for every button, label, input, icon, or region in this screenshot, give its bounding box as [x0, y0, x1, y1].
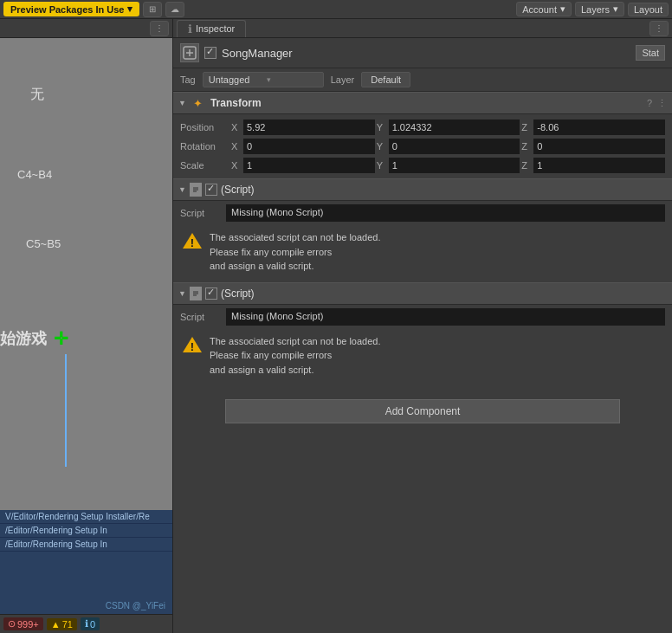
- rot-x-input[interactable]: [243, 139, 375, 154]
- left-panel-header: ⋮: [0, 19, 172, 38]
- script1-row: Script Missing (Mono Script): [173, 201, 672, 225]
- tag-label: Tag: [180, 74, 196, 85]
- layer-label: Layer: [331, 74, 355, 85]
- transform-section-header[interactable]: ▼ ✦ Transform ? ⋮: [173, 92, 672, 114]
- info-badge[interactable]: ℹ 0: [81, 617, 100, 630]
- inspector-menu-btn[interactable]: ⋮: [649, 21, 669, 36]
- rot-x-label: X: [231, 141, 242, 152]
- script2-value: Missing (Mono Script): [226, 308, 665, 326]
- position-row: Position X Y Z: [173, 118, 672, 137]
- toolbar-icon-btn-1[interactable]: ⊞: [143, 2, 162, 17]
- preview-dropdown-arrow: ▾: [127, 3, 132, 15]
- script2-file-icon: [190, 287, 202, 300]
- tag-dropdown[interactable]: Untagged ▾: [203, 72, 324, 87]
- scale-y-label: Y: [377, 160, 387, 171]
- rot-y-input[interactable]: [389, 139, 520, 154]
- right-panel: ℹ Inspector ⋮ SongManager Stat: [173, 19, 672, 633]
- pos-x-input[interactable]: [243, 119, 375, 135]
- scale-axis-group: X Y Z: [231, 158, 665, 173]
- tag-value: Untagged: [209, 74, 250, 85]
- static-button[interactable]: Stat: [636, 45, 665, 61]
- script2-section: ▼ (Script) Script Missing (Mono Script): [173, 282, 672, 383]
- left-panel: ⋮ 无 C4~B4 C5~B5 始游戏 ✛ V/Editor/Rendering…: [0, 19, 173, 633]
- scene-line: [65, 354, 67, 467]
- pos-y-label: Y: [377, 122, 387, 132]
- script1-field-label: Script: [180, 208, 219, 218]
- add-component-button[interactable]: Add Component: [225, 399, 620, 423]
- scene-cross: ✛: [54, 328, 68, 349]
- inspector-tab[interactable]: ℹ Inspector: [177, 20, 246, 37]
- rot-z-input[interactable]: [533, 139, 665, 154]
- scale-z-input[interactable]: [533, 158, 665, 173]
- left-panel-menu[interactable]: ⋮: [150, 21, 169, 36]
- console-item-1: V/Editor/Rendering Setup Installer/Re: [0, 510, 172, 524]
- transform-icon: ✦: [191, 96, 205, 110]
- warning-icon: ▲: [51, 619, 61, 630]
- script2-header[interactable]: ▼ (Script): [173, 282, 672, 305]
- error-count: 999+: [17, 619, 39, 630]
- transform-menu-icon[interactable]: ⋮: [657, 98, 667, 109]
- tag-layer-row: Tag Untagged ▾ Layer Default: [173, 68, 672, 92]
- warning-count: 71: [62, 619, 73, 630]
- script1-header[interactable]: ▼ (Script): [173, 178, 672, 201]
- scale-y-input[interactable]: [389, 158, 520, 173]
- scale-row: Scale X Y Z: [173, 156, 672, 175]
- script1-warning-icon: !: [182, 230, 203, 251]
- tag-dropdown-arrow: ▾: [267, 75, 271, 84]
- object-active-checkbox[interactable]: [204, 47, 216, 59]
- pos-z-label: Z: [521, 122, 532, 132]
- left-panel-body: 无 C4~B4 C5~B5 始游戏 ✛ V/Editor/Rendering S…: [0, 38, 172, 633]
- inspector-tab-bar: ℹ Inspector ⋮: [173, 19, 672, 38]
- rotation-axis-group: X Y Z: [231, 139, 665, 154]
- account-dropdown[interactable]: Account ▾: [516, 2, 572, 16]
- scene-label-wu: 无: [30, 86, 44, 104]
- script2-enabled-checkbox[interactable]: [205, 287, 217, 300]
- object-icon: [180, 43, 199, 62]
- main-layout: ⋮ 无 C4~B4 C5~B5 始游戏 ✛ V/Editor/Rendering…: [0, 19, 672, 633]
- preview-packages-button[interactable]: Preview Packages In Use ▾: [3, 2, 139, 16]
- script2-warning-icon: !: [182, 334, 203, 355]
- inspector-content: SongManager Stat Tag Untagged ▾ Layer De…: [173, 38, 672, 633]
- account-arrow: ▾: [560, 3, 565, 15]
- layers-dropdown[interactable]: Layers ▾: [575, 2, 624, 16]
- transform-title: Transform: [210, 97, 642, 109]
- top-toolbar: Preview Packages In Use ▾ ⊞ ☁ Account ▾ …: [0, 0, 672, 19]
- transform-fields: Position X Y Z Rotation X: [173, 114, 672, 178]
- svg-text:!: !: [191, 340, 194, 353]
- rotation-row: Rotation X Y Z: [173, 137, 672, 156]
- pos-y-input[interactable]: [389, 119, 520, 135]
- script1-enabled-checkbox[interactable]: [205, 184, 217, 196]
- pos-z-input[interactable]: [533, 119, 665, 135]
- script2-warning: ! The associated script can not be loade…: [173, 329, 672, 383]
- toolbar-icon-btn-2[interactable]: ☁: [165, 2, 184, 17]
- script2-collapse-arrow: ▼: [178, 289, 186, 298]
- transform-help-icon[interactable]: ?: [647, 98, 652, 108]
- info-icon: ℹ: [85, 618, 88, 630]
- script1-file-icon: [190, 183, 202, 197]
- script2-warning-text: The associated script can not be loaded.…: [210, 334, 381, 378]
- scene-label-c5: C5~B5: [26, 237, 61, 250]
- bottom-status-bar: ⊙ 999+ ▲ 71 ℹ 0: [0, 614, 172, 633]
- scene-label-kaishi: 始游戏: [0, 328, 47, 349]
- warning-badge[interactable]: ▲ 71: [47, 618, 77, 630]
- error-badge[interactable]: ⊙ 999+: [3, 617, 43, 630]
- add-component-area: Add Component: [173, 385, 672, 437]
- scale-label: Scale: [180, 160, 228, 171]
- console-item-2: /Editor/Rendering Setup In: [0, 524, 172, 538]
- script1-title: (Script): [221, 184, 667, 196]
- scene-label-c4: C4~B4: [17, 168, 52, 181]
- layers-arrow: ▾: [613, 3, 618, 15]
- scale-z-label: Z: [521, 160, 532, 171]
- object-name: SongManager: [222, 47, 630, 60]
- error-icon: ⊙: [8, 618, 16, 630]
- script1-collapse-arrow: ▼: [178, 185, 186, 194]
- scale-x-label: X: [231, 160, 242, 171]
- layout-dropdown[interactable]: Layout: [628, 3, 669, 16]
- console-item-3: /Editor/Rendering Setup In: [0, 538, 172, 552]
- scale-x-input[interactable]: [243, 158, 375, 173]
- console-watermark: CSDN @_YiFei: [0, 597, 172, 614]
- script2-title: (Script): [221, 287, 667, 300]
- layer-value[interactable]: Default: [361, 72, 410, 87]
- script1-value: Missing (Mono Script): [226, 204, 665, 222]
- script2-field-label: Script: [180, 312, 219, 322]
